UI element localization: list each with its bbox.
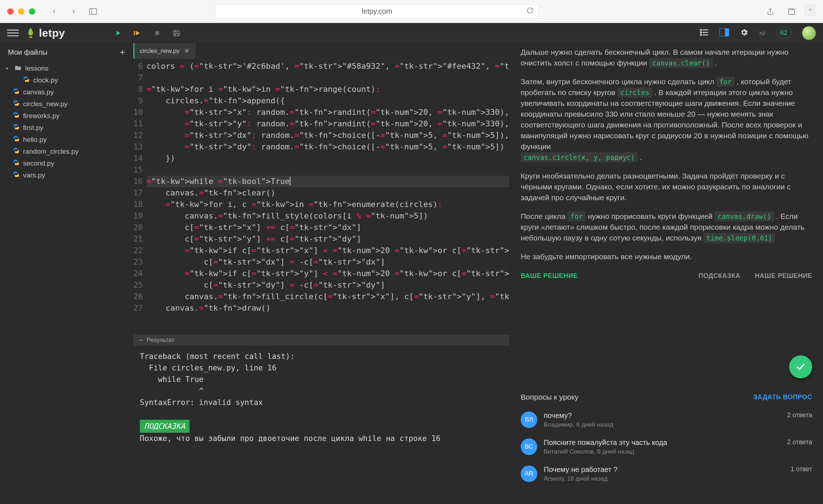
editor-tabs: circles_new.py ✕ [133, 43, 510, 59]
app-window: letpy xp 62 Мои файлы + ▾ [0, 23, 823, 504]
file-name: canvas.py [23, 88, 54, 96]
python-file-icon [23, 76, 30, 84]
qa-list: ВЛпочему?Владимир, 6 дней назад2 ответаВ… [510, 406, 823, 487]
inline-code: canvas.clear() [649, 58, 713, 68]
sidebar-toggle-icon[interactable] [86, 5, 100, 18]
center-pane: circles_new.py ✕ 67891011121314151617181… [133, 43, 510, 504]
new-file-button[interactable]: + [120, 47, 125, 57]
file-name: hello.py [23, 136, 47, 144]
submit-fab[interactable] [789, 355, 812, 378]
close-tab-icon[interactable]: ✕ [184, 47, 189, 55]
settings-icon[interactable] [740, 28, 748, 38]
reload-icon[interactable] [526, 7, 534, 16]
inline-code: canvas.draw() [715, 211, 774, 221]
svg-rect-0 [89, 8, 97, 14]
zoom-window-icon[interactable] [29, 8, 35, 15]
qa-item[interactable]: ВСПоясните пожалуйста эту часть кодаВита… [521, 433, 812, 460]
nav-forward-button[interactable] [66, 5, 81, 18]
svg-rect-16 [725, 28, 729, 36]
chevron-down-icon: ▾ [6, 66, 11, 71]
file-row[interactable]: second.py [3, 157, 130, 169]
share-icon[interactable] [763, 5, 778, 18]
xp-badge[interactable]: 62 [776, 28, 791, 38]
qa-title: Вопросы к уроку [521, 393, 578, 401]
sidebar-title: Мои файлы [8, 48, 48, 57]
inline-code: for [716, 77, 734, 87]
list-icon[interactable] [700, 29, 709, 37]
qa-meta: Виталий Соколов, 9 дней назад [544, 448, 667, 455]
menu-button[interactable] [7, 30, 19, 36]
logo-icon [26, 27, 35, 40]
ask-question-button[interactable]: ЗАДАТЬ ВОПРОС [753, 393, 812, 401]
panel-icon[interactable] [720, 28, 729, 38]
svg-marker-7 [136, 31, 140, 35]
file-row[interactable]: fireworks.py [3, 110, 130, 122]
svg-rect-3 [789, 10, 795, 14]
save-button[interactable] [172, 28, 181, 38]
result-label: Результат [147, 337, 174, 344]
xp-label: xp [759, 30, 765, 36]
python-file-icon [13, 147, 19, 156]
lesson-panel: Дальше нужно сделать бесконечный цикл. В… [510, 43, 823, 504]
file-row[interactable]: circles_new.py [3, 98, 130, 110]
qa-item[interactable]: ARПочему не работает ?Arseniy, 18 дней н… [521, 460, 812, 487]
nav-back-button[interactable] [47, 5, 61, 18]
topbar: letpy xp 62 [0, 23, 823, 43]
svg-rect-4 [29, 36, 32, 37]
qa-item[interactable]: ВЛпочему?Владимир, 6 дней назад2 ответа [521, 406, 812, 433]
tab-title: circles_new.py [140, 48, 180, 55]
folder-row[interactable]: ▾ lessons [3, 63, 130, 74]
tab-hint[interactable]: ПОДСКАЗКА [699, 272, 740, 280]
run-button[interactable] [114, 28, 123, 38]
brand[interactable]: letpy [26, 27, 65, 40]
collapse-icon[interactable]: − [138, 338, 143, 342]
tab-your-solution[interactable]: ВАШЕ РЕШЕНИЕ [521, 272, 578, 280]
file-row[interactable]: first.py [3, 122, 130, 134]
close-window-icon[interactable] [7, 8, 14, 15]
qa-avatar: ВС [521, 438, 537, 455]
python-file-icon [13, 171, 19, 179]
file-row[interactable]: hello.py [3, 134, 130, 145]
tabs-icon[interactable] [784, 5, 798, 18]
editor-tab[interactable]: circles_new.py ✕ [133, 43, 196, 59]
hint-badge: ПОДСКАЗКА [140, 420, 190, 433]
qa-meta: Владимир, 6 дней назад [544, 421, 613, 428]
file-name: clock.py [33, 76, 58, 84]
hint-text: Похоже, что вы забыли про двоеточие посл… [140, 434, 440, 443]
folder-icon [14, 64, 22, 72]
url-text: letpy.com [362, 7, 392, 15]
code-area[interactable]: colors = (="tk-str">'#2c6bad', ="tk-str"… [147, 59, 510, 335]
qa-avatar: ВЛ [521, 411, 537, 428]
qa-title: почему? [544, 411, 613, 420]
console-output: Traceback (most recent call last): File … [133, 346, 510, 504]
svg-marker-5 [116, 31, 120, 35]
file-tree: ▾ lessons clock.py canvas.pycircles_new.… [0, 61, 133, 183]
python-file-icon [13, 159, 19, 167]
file-row[interactable]: canvas.py [3, 86, 130, 98]
svg-point-12 [700, 29, 701, 30]
window-traffic-lights [7, 8, 35, 15]
qa-answer-count: 2 ответа [787, 438, 812, 446]
qa-answer-count: 2 ответа [787, 411, 812, 419]
avatar[interactable] [802, 26, 816, 40]
line-gutter: 6789101112131415161718192021222324252627 [133, 59, 147, 335]
stop-button[interactable] [152, 28, 162, 38]
file-row[interactable]: random_circles.py [3, 145, 130, 157]
file-row[interactable]: clock.py [3, 74, 130, 86]
inline-code: time.sleep(0.01) [703, 233, 775, 243]
file-name: fireworks.py [23, 112, 59, 120]
step-button[interactable] [133, 28, 142, 38]
file-row[interactable]: vars.py [3, 169, 130, 181]
svg-rect-6 [134, 31, 135, 35]
address-bar[interactable]: letpy.com [215, 4, 539, 19]
new-tab-button[interactable]: + [805, 5, 816, 15]
code-editor[interactable]: 6789101112131415161718192021222324252627… [133, 59, 510, 335]
python-file-icon [13, 135, 19, 144]
tab-our-solution[interactable]: НАШЕ РЕШЕНИЕ [755, 272, 812, 280]
browser-chrome: letpy.com + [0, 0, 823, 23]
folder-name: lessons [25, 64, 48, 72]
minimize-window-icon[interactable] [18, 8, 25, 15]
svg-point-13 [700, 32, 701, 33]
result-header[interactable]: − Результат [133, 335, 510, 346]
lesson-paragraph: Дальше нужно сделать бесконечный цикл. В… [521, 47, 812, 68]
